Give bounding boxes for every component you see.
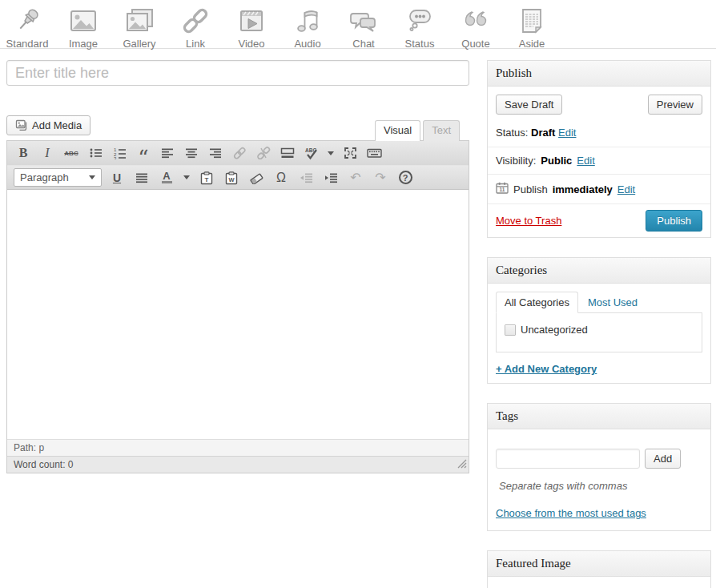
category-item[interactable]: Uncategorized <box>505 324 588 336</box>
word-count-bar: Word count: 0 <box>7 456 469 473</box>
underline-icon[interactable]: U <box>107 168 127 187</box>
edit-visibility-link[interactable]: Edit <box>577 155 594 167</box>
indent-icon[interactable] <box>321 168 340 187</box>
kitchen-sink-icon[interactable] <box>364 143 384 163</box>
tab-all-categories[interactable]: All Categories <box>496 292 578 313</box>
save-draft-button[interactable]: Save Draft <box>496 95 562 115</box>
tab-text[interactable]: Text <box>423 120 460 141</box>
format-label: Aside <box>519 38 545 50</box>
format-standard[interactable]: Standard <box>3 5 51 48</box>
editor-toolbar-row1: B I ABC 123 “ <box>7 141 469 165</box>
publish-box: Publish Save Draft Preview Status: Draft… <box>487 60 711 238</box>
format-link[interactable]: Link <box>171 5 219 48</box>
editor-toolbar-row2: Paragraph U A T W <box>7 165 469 189</box>
help-icon[interactable]: ? <box>396 168 415 187</box>
path-label: Path: <box>14 442 36 453</box>
format-label: Gallery <box>123 38 155 50</box>
publish-button[interactable]: Publish <box>646 210 702 232</box>
format-video[interactable]: Video <box>227 5 276 48</box>
svg-text:T: T <box>205 176 209 183</box>
insert-more-tag-icon[interactable] <box>278 143 297 163</box>
schedule-label: Publish <box>513 183 548 195</box>
status-value: Draft <box>531 127 555 139</box>
insert-link-icon[interactable] <box>230 143 249 163</box>
choose-most-used-tags-link[interactable]: Choose from the most used tags <box>496 507 646 519</box>
paragraph-format-select[interactable]: Paragraph <box>14 168 102 187</box>
tab-most-used[interactable]: Most Used <box>578 292 647 312</box>
resize-handle-icon[interactable] <box>457 459 467 471</box>
fullscreen-icon[interactable] <box>340 143 360 163</box>
quote-marks-icon <box>460 5 492 37</box>
format-gallery[interactable]: Gallery <box>115 5 163 48</box>
categories-box: Categories All Categories Most Used Unca… <box>487 257 711 384</box>
format-audio[interactable]: Audio <box>284 5 332 48</box>
format-label: Chat <box>352 38 374 50</box>
unlink-icon[interactable] <box>254 143 273 163</box>
status-label: Status: <box>496 127 528 139</box>
numbered-list-icon[interactable]: 123 <box>110 143 129 163</box>
schedule-value: immediately <box>553 183 613 195</box>
word-count-value: 0 <box>68 459 74 470</box>
editor-path-bar: Path: p <box>7 439 469 456</box>
bullet-list-icon[interactable] <box>86 143 105 163</box>
align-right-icon[interactable] <box>206 143 225 163</box>
spellcheck-icon[interactable]: ABC <box>302 143 321 163</box>
tags-input[interactable] <box>496 449 640 469</box>
publish-box-title[interactable]: Publish <box>488 61 710 87</box>
format-quote[interactable]: Quote <box>452 5 500 48</box>
tags-box-title[interactable]: Tags <box>488 404 710 429</box>
category-checklist: Uncategorized <box>496 312 702 352</box>
edit-schedule-link[interactable]: Edit <box>617 183 635 195</box>
format-label: Audio <box>294 38 320 50</box>
align-center-icon[interactable] <box>182 143 201 163</box>
add-media-button[interactable]: Add Media <box>6 115 91 135</box>
outdent-icon[interactable] <box>296 168 316 187</box>
preview-button[interactable]: Preview <box>648 95 702 115</box>
paragraph-format-value: Paragraph <box>20 171 69 183</box>
path-value: p <box>38 442 44 453</box>
tab-visual[interactable]: Visual <box>375 120 420 141</box>
editor-content[interactable] <box>7 189 469 439</box>
chain-icon <box>179 5 211 37</box>
text-color-dropdown-icon[interactable] <box>182 168 191 187</box>
note-page-icon <box>516 5 548 37</box>
edit-status-link[interactable]: Edit <box>558 127 576 139</box>
justify-icon[interactable] <box>132 168 151 187</box>
format-label: Image <box>69 38 98 50</box>
remove-formatting-icon[interactable] <box>247 168 266 187</box>
special-character-icon[interactable]: Ω <box>272 168 291 187</box>
paste-from-word-icon[interactable]: W <box>222 168 241 187</box>
add-tag-button[interactable]: Add <box>645 449 681 469</box>
categories-box-title[interactable]: Categories <box>488 258 710 284</box>
visibility-value: Public <box>541 155 572 167</box>
spellcheck-dropdown-icon[interactable] <box>326 143 336 163</box>
image-icon <box>67 5 99 37</box>
checkbox-unchecked-icon[interactable] <box>505 324 516 336</box>
post-format-bar: Standard Image Gallery Link Video <box>0 0 716 48</box>
format-chat[interactable]: Chat <box>340 5 388 48</box>
format-label: Quote <box>461 38 489 50</box>
pushpin-icon <box>11 5 43 37</box>
status-bubble-icon <box>404 5 436 37</box>
italic-icon[interactable]: I <box>38 143 57 163</box>
blockquote-icon[interactable]: “ <box>134 143 153 163</box>
chat-bubbles-icon <box>348 5 380 37</box>
undo-icon[interactable]: ↶ <box>346 168 365 187</box>
media-icon <box>15 119 28 133</box>
format-status[interactable]: Status <box>396 5 444 48</box>
redo-icon[interactable]: ↷ <box>371 168 390 187</box>
text-color-icon[interactable]: A <box>157 168 176 187</box>
featured-image-box-title[interactable]: Featured Image <box>488 551 710 577</box>
paste-as-text-icon[interactable]: T <box>197 168 216 187</box>
bold-icon[interactable]: B <box>14 143 33 163</box>
format-aside[interactable]: Aside <box>508 5 556 48</box>
move-to-trash-link[interactable]: Move to Trash <box>496 215 561 227</box>
gallery-icon <box>123 5 155 37</box>
strikethrough-icon[interactable]: ABC <box>62 143 81 163</box>
align-left-icon[interactable] <box>158 143 177 163</box>
music-notes-icon <box>292 5 324 37</box>
title-input[interactable] <box>6 60 469 86</box>
category-item-label: Uncategorized <box>521 324 588 336</box>
add-new-category-link[interactable]: + Add New Category <box>496 363 597 375</box>
format-image[interactable]: Image <box>59 5 107 48</box>
